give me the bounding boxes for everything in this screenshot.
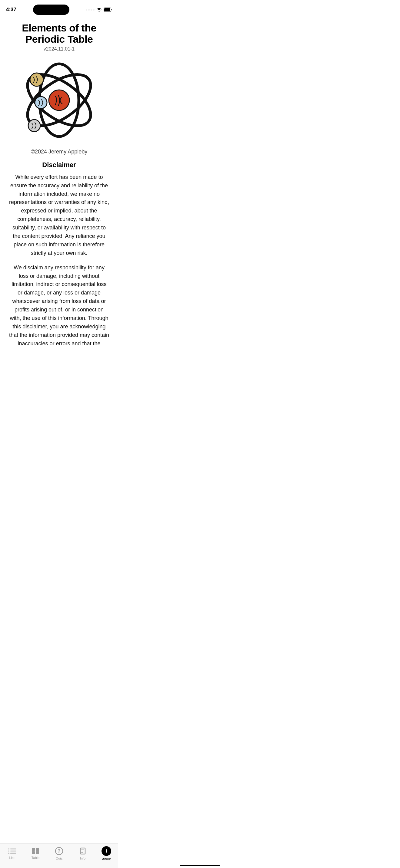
svg-point-5 [49,90,69,111]
disclaimer-paragraph-1: While every effort has been made to ensu… [8,173,110,257]
status-time: 4:37 [6,7,17,13]
disclaimer-heading: Disclaimer [8,161,110,169]
signal-icon [86,9,94,10]
status-bar: 4:37 [0,0,118,15]
atom-illustration [0,52,118,146]
svg-point-8 [28,120,40,132]
battery-icon [104,7,112,12]
content-area: Disclaimer While every effort has been m… [0,161,118,391]
app-header: Elements of the Periodic Table v2024.11.… [0,15,118,52]
svg-point-7 [35,97,47,108]
status-icons [86,7,112,12]
svg-rect-1 [104,8,110,11]
app-version: v2024.11.01-1 [4,46,115,52]
app-title: Elements of the Periodic Table [4,22,115,45]
copyright-text: ©2024 Jeremy Appleby [0,146,118,161]
wifi-icon [96,7,102,12]
disclaimer-paragraph-2: We disclaim any responsibility for any l… [8,264,110,348]
svg-point-6 [30,73,43,86]
dynamic-island [33,4,69,15]
